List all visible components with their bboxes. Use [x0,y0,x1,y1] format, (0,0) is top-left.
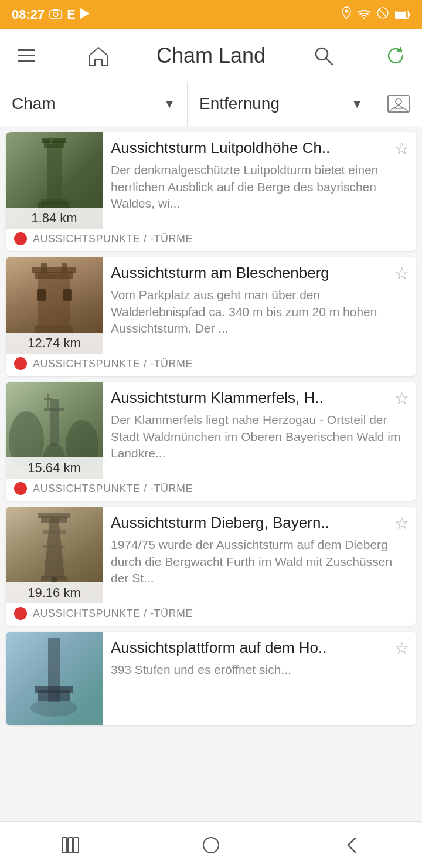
location-filter[interactable]: Cham ▼ [0,82,188,126]
svg-rect-35 [44,398,52,400]
item-image-container-3: 15.64 km [6,382,103,479]
svg-rect-9 [396,12,406,18]
star-button-3[interactable]: ☆ [394,389,409,408]
list-item[interactable]: 12.74 km Aussichtsturm am Bleschenberg V… [6,257,416,376]
photo-icon [49,7,62,22]
android-recent-button[interactable] [47,828,94,863]
home-button[interactable] [84,41,113,70]
svg-rect-30 [63,289,72,301]
category-dot-1 [14,232,27,245]
sort-filter[interactable]: Entfernung ▼ [188,82,375,126]
svg-rect-10 [409,13,410,16]
item-main-5: Aussichtsplattform auf dem Ho.. 393 Stuf… [6,632,416,725]
svg-rect-43 [43,545,65,548]
svg-point-14 [396,99,401,104]
item-image-container-5 [6,632,103,725]
svg-rect-34 [47,394,49,408]
star-button-1[interactable]: ☆ [394,139,409,158]
item-image-5 [6,632,103,725]
list-item[interactable]: Aussichtsplattform auf dem Ho.. 393 Stuf… [6,632,416,725]
svg-rect-55 [203,838,219,853]
item-footer-1: AUSSICHTSPUNKTE / -TÜRME [6,229,416,251]
svg-point-51 [30,699,77,717]
svg-rect-28 [62,263,67,274]
distance-badge-3: 15.64 km [6,457,103,479]
item-description-3: Der Klammerfels liegt nahe Herzogau - Or… [111,412,408,462]
svg-marker-3 [80,8,90,19]
bottom-nav [0,821,422,868]
battery-icon [395,7,410,22]
menu-button[interactable] [12,41,41,70]
list-item[interactable]: 15.64 km Aussichtsturm Klammerfels, H.. … [6,382,416,501]
category-dot-2 [14,357,27,370]
list-item[interactable]: 1.84 km Aussichtsturm Luitpoldhöhe Ch.. … [6,132,416,251]
star-button-4[interactable]: ☆ [394,514,409,533]
item-title-5: Aussichtsplattform auf dem Ho.. [111,639,408,657]
item-description-4: 1974/75 wurde der Aussichtsturm auf dem … [111,537,408,586]
item-image-container-1: 1.84 km [6,132,103,229]
map-view-button[interactable] [375,82,422,126]
svg-line-12 [326,58,332,65]
category-label-2: AUSSICHTSPUNKTE / -TÜRME [33,358,193,370]
distance-badge-2: 12.74 km [6,333,103,354]
svg-rect-26 [32,267,76,273]
svg-rect-32 [50,399,59,446]
svg-rect-44 [44,560,64,563]
item-description-5: 393 Stufen und es eröffnet sich... [111,662,408,678]
refresh-button[interactable] [381,41,410,70]
page-title: Cham Land [156,43,266,68]
filter-bar: Cham ▼ Entfernung ▼ [0,82,422,126]
svg-rect-42 [43,530,66,534]
item-title-2: Aussichtsturm am Bleschenberg [111,264,408,282]
sort-filter-label: Entfernung [199,94,280,113]
svg-point-4 [345,10,348,13]
item-content-2: Aussichtsturm am Bleschenberg Vom Parkpl… [103,257,416,354]
item-image-container-4: 19.16 km [6,507,103,603]
android-back-button[interactable] [328,828,375,863]
star-button-5[interactable]: ☆ [394,639,409,658]
nav-bar: Cham Land [0,29,422,82]
list-item[interactable]: 19.16 km Aussichtsturm Dieberg, Bayern..… [6,507,416,626]
svg-line-7 [379,9,387,17]
item-content-4: Aussichtsturm Dieberg, Bayern.. 1974/75 … [103,507,416,603]
item-main-2: 12.74 km Aussichtsturm am Bleschenberg V… [6,257,416,354]
search-button[interactable] [309,41,338,70]
item-content-3: Aussichtsturm Klammerfels, H.. Der Klamm… [103,382,416,479]
item-description-2: Vom Parkplatz aus geht man über den Wald… [111,287,408,337]
android-home-button[interactable] [188,828,234,863]
star-button-2[interactable]: ☆ [394,264,409,283]
item-footer-4: AUSSICHTSPUNKTE / -TÜRME [6,603,416,626]
location-icon [341,6,352,23]
item-main-3: 15.64 km Aussichtsturm Klammerfels, H.. … [6,382,416,479]
svg-rect-29 [37,289,46,301]
svg-rect-33 [44,408,64,411]
status-bar: 08:27 E [0,0,422,29]
play-icon [80,7,90,22]
signal-e-icon: E [67,7,76,22]
svg-rect-54 [74,838,79,853]
svg-line-15 [388,107,394,112]
item-content-5: Aussichtsplattform auf dem Ho.. 393 Stuf… [103,632,416,725]
wifi-icon [358,7,370,22]
item-main-4: 19.16 km Aussichtsturm Dieberg, Bayern..… [6,507,416,603]
distance-badge-4: 19.16 km [6,582,103,603]
svg-rect-27 [41,263,47,274]
category-label-1: AUSSICHTSPUNKTE / -TÜRME [33,233,193,245]
status-time: 08:27 [12,7,45,22]
category-dot-3 [14,482,27,495]
distance-badge-1: 1.84 km [6,208,103,229]
location-filter-label: Cham [12,94,56,113]
category-dot-4 [14,607,27,620]
category-label-3: AUSSICHTSPUNKTE / -TÜRME [33,483,193,495]
svg-rect-50 [35,686,73,693]
item-footer-3: AUSSICHTSPUNKTE / -TÜRME [6,479,416,501]
svg-line-16 [403,107,409,112]
svg-rect-19 [42,138,66,143]
svg-rect-41 [38,513,70,518]
item-title-4: Aussichtsturm Dieberg, Bayern.. [111,514,408,532]
item-image-container-2: 12.74 km [6,257,103,354]
no-sim-icon [376,6,389,23]
item-title-3: Aussichtsturm Klammerfels, H.. [111,389,408,407]
svg-rect-20 [50,137,52,144]
status-right [341,6,410,23]
